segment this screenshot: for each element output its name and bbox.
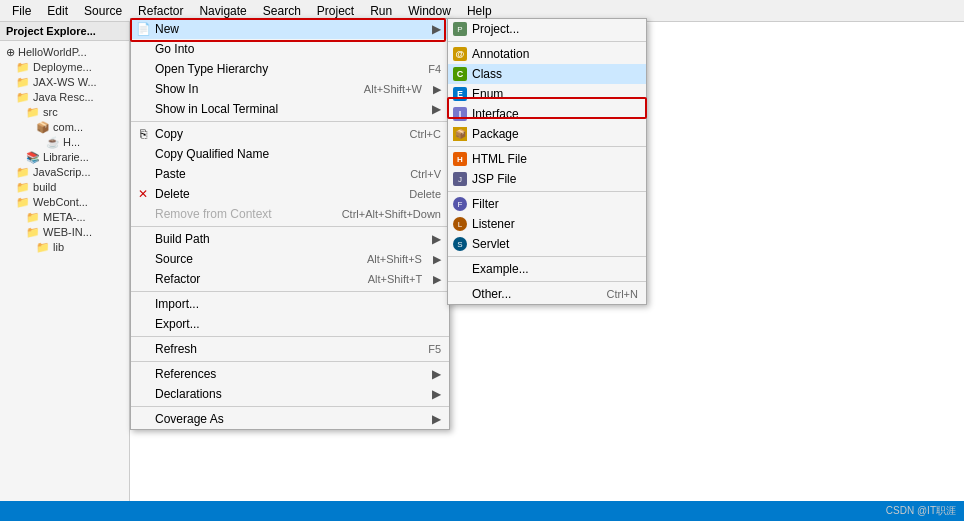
primary-context-menu: 📄 New ▶ Go Into Open Type Hierarchy F4 S…: [130, 18, 450, 430]
menu-edit[interactable]: Edit: [39, 2, 76, 20]
tree-item[interactable]: 📁 WebCont...: [4, 195, 125, 210]
interface-icon: I: [452, 106, 468, 122]
new-menu-project[interactable]: P Project...: [448, 19, 646, 39]
new-servlet-label: Servlet: [472, 237, 509, 251]
menu-refactor[interactable]: Refactor: [130, 2, 191, 20]
menu-item-copy-qualified-name[interactable]: Copy Qualified Name: [131, 144, 449, 164]
tree-item[interactable]: ⊕ HelloWorldP...: [4, 45, 125, 60]
new-menu-interface[interactable]: I Interface: [448, 104, 646, 124]
refactor-shortcut: Alt+Shift+T ▶: [368, 273, 441, 286]
new-html-label: HTML File: [472, 152, 527, 166]
menu-item-export[interactable]: Export...: [131, 314, 449, 334]
delete-shortcut: Delete: [409, 188, 441, 200]
new-menu-package[interactable]: 📦 Package: [448, 124, 646, 144]
menu-item-new[interactable]: 📄 New ▶: [131, 19, 449, 39]
tree-item[interactable]: 📚 Librarie...: [4, 150, 125, 165]
references-label: References: [155, 367, 216, 381]
new-menu-listener[interactable]: L Listener: [448, 214, 646, 234]
tree-item[interactable]: 📁 Java Resc...: [4, 90, 125, 105]
menu-file[interactable]: File: [4, 2, 39, 20]
annotation-icon: @: [452, 46, 468, 62]
new-menu-html[interactable]: H HTML File: [448, 149, 646, 169]
menu-item-show-in[interactable]: Show In Alt+Shift+W ▶: [131, 79, 449, 99]
new-menu-enum[interactable]: E Enum: [448, 84, 646, 104]
new-menu-class[interactable]: C Class: [448, 64, 646, 84]
tree-item[interactable]: 📁 lib: [4, 240, 125, 255]
new-menu-example[interactable]: Example...: [448, 259, 646, 279]
enum-icon: E: [452, 86, 468, 102]
new-other-shortcut: Ctrl+N: [607, 288, 638, 300]
menu-run[interactable]: Run: [362, 2, 400, 20]
new-sep5: [448, 281, 646, 282]
new-package-label: Package: [472, 127, 519, 141]
separator6: [131, 406, 449, 407]
separator3: [131, 291, 449, 292]
menu-item-go-into[interactable]: Go Into: [131, 39, 449, 59]
tree-item[interactable]: 📁 build: [4, 180, 125, 195]
new-sep3: [448, 191, 646, 192]
tree-item[interactable]: ☕ H...: [4, 135, 125, 150]
menu-project[interactable]: Project: [309, 2, 362, 20]
project-tree: ⊕ HelloWorldP... 📁 Deployme... 📁 JAX-WS …: [0, 41, 129, 259]
menu-item-declarations[interactable]: Declarations ▶: [131, 384, 449, 404]
show-in-shortcut: Alt+Shift+W ▶: [364, 83, 441, 96]
references-arrow: ▶: [432, 367, 441, 381]
menu-search[interactable]: Search: [255, 2, 309, 20]
declarations-label: Declarations: [155, 387, 222, 401]
import-label: Import...: [155, 297, 199, 311]
menu-source[interactable]: Source: [76, 2, 130, 20]
export-label: Export...: [155, 317, 200, 331]
separator2: [131, 226, 449, 227]
new-menu-other[interactable]: Other... Ctrl+N: [448, 284, 646, 304]
open-type-hierarchy-label: Open Type Hierarchy: [155, 62, 268, 76]
separator5: [131, 361, 449, 362]
package-icon: 📦: [452, 126, 468, 142]
menu-item-source[interactable]: Source Alt+Shift+S ▶: [131, 249, 449, 269]
new-menu-jsp[interactable]: J JSP File: [448, 169, 646, 189]
new-project-label: Project...: [472, 22, 519, 36]
html-icon: H: [452, 151, 468, 167]
menu-item-paste[interactable]: Paste Ctrl+V: [131, 164, 449, 184]
menu-item-remove-context: Remove from Context Ctrl+Alt+Shift+Down: [131, 204, 449, 224]
menu-item-coverage-as[interactable]: Coverage As ▶: [131, 409, 449, 429]
menu-item-refresh[interactable]: Refresh F5: [131, 339, 449, 359]
tree-item[interactable]: 📁 Deployme...: [4, 60, 125, 75]
class-icon: C: [452, 66, 468, 82]
refactor-label: Refactor: [155, 272, 200, 286]
source-shortcut: Alt+Shift+S ▶: [367, 253, 441, 266]
menu-item-refactor[interactable]: Refactor Alt+Shift+T ▶: [131, 269, 449, 289]
new-arrow: ▶: [432, 22, 441, 36]
tree-item[interactable]: 📁 src: [4, 105, 125, 120]
menu-item-references[interactable]: References ▶: [131, 364, 449, 384]
delete-label: Delete: [155, 187, 190, 201]
copy-label: Copy: [155, 127, 183, 141]
tree-item[interactable]: 📁 META-...: [4, 210, 125, 225]
delete-icon: ✕: [135, 186, 151, 202]
project-icon: P: [452, 21, 468, 37]
menu-item-build-path[interactable]: Build Path ▶: [131, 229, 449, 249]
tree-item[interactable]: 📦 com...: [4, 120, 125, 135]
new-menu-filter[interactable]: F Filter: [448, 194, 646, 214]
menu-item-import[interactable]: Import...: [131, 294, 449, 314]
refresh-shortcut: F5: [428, 343, 441, 355]
new-menu-annotation[interactable]: @ Annotation: [448, 44, 646, 64]
refresh-label: Refresh: [155, 342, 197, 356]
open-type-hierarchy-shortcut: F4: [428, 63, 441, 75]
menu-help[interactable]: Help: [459, 2, 500, 20]
tree-item[interactable]: 📁 JavaScrip...: [4, 165, 125, 180]
menu-item-show-local-terminal[interactable]: Show in Local Terminal ▶: [131, 99, 449, 119]
menu-window[interactable]: Window: [400, 2, 459, 20]
go-into-label: Go Into: [155, 42, 194, 56]
separator1: [131, 121, 449, 122]
new-class-label: Class: [472, 67, 502, 81]
tree-item[interactable]: 📁 WEB-IN...: [4, 225, 125, 240]
menu-item-delete[interactable]: ✕ Delete Delete: [131, 184, 449, 204]
menu-item-open-type-hierarchy[interactable]: Open Type Hierarchy F4: [131, 59, 449, 79]
tree-item[interactable]: 📁 JAX-WS W...: [4, 75, 125, 90]
menu-item-copy[interactable]: ⎘ Copy Ctrl+C: [131, 124, 449, 144]
new-menu-servlet[interactable]: S Servlet: [448, 234, 646, 254]
copy-shortcut: Ctrl+C: [410, 128, 441, 140]
jsp-icon: J: [452, 171, 468, 187]
menu-navigate[interactable]: Navigate: [191, 2, 254, 20]
show-in-label: Show In: [155, 82, 198, 96]
